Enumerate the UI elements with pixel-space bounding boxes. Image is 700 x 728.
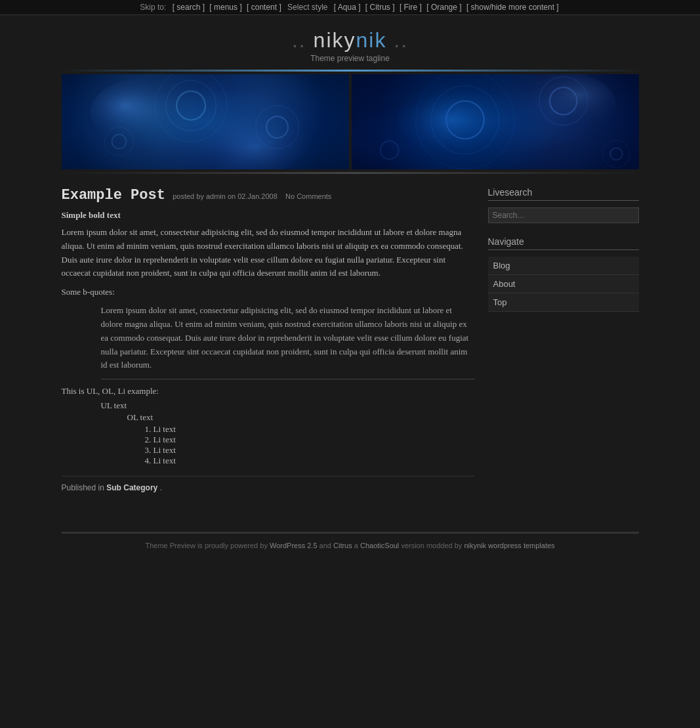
post: Example Post posted by admin on 02.Jan.2…	[62, 187, 475, 492]
skip-label: Skip to:	[140, 3, 166, 12]
livesearch-title: Livesearch	[488, 187, 639, 201]
site-footer: Theme Preview is proudly powered by Word…	[62, 532, 639, 557]
top-bar: Skip to: [ search ] [ menus ] [ content …	[0, 0, 700, 15]
post-meta-text: posted by admin on 02.Jan.2008	[173, 192, 278, 200]
style-aqua[interactable]: [ Aqua ]	[334, 3, 361, 12]
footer-nikynik-link[interactable]: nikynik wordpress templates	[464, 542, 554, 549]
post-meta: posted by admin on 02.Jan.2008 No Commen…	[173, 192, 331, 200]
post-header: Example Post posted by admin on 02.Jan.2…	[62, 187, 475, 203]
main-wrapper: Example Post posted by admin on 02.Jan.2…	[62, 70, 639, 557]
li-item-1: Li text	[154, 424, 475, 435]
title-dots-right: ..	[386, 28, 408, 52]
style-citrus[interactable]: [ Citrus ]	[365, 3, 395, 12]
ripple-svg-1	[62, 74, 349, 169]
post-ordered-list: Li text Li text Li text Li text	[140, 424, 475, 466]
navigate-title: Navigate	[488, 236, 639, 250]
search-input[interactable]	[488, 207, 639, 223]
footer-dot: .	[160, 483, 162, 492]
nav-item-about: About	[488, 275, 639, 293]
bottom-border	[62, 172, 639, 174]
nav-item-top: Top	[488, 293, 639, 312]
main-content: Example Post posted by admin on 02.Jan.2…	[62, 187, 488, 512]
nav-link-about[interactable]: About	[488, 275, 639, 293]
site-header: .. nikynik .. Theme preview tagline	[0, 15, 700, 70]
nav-item-blog: Blog	[488, 257, 639, 275]
title-nik: nik	[356, 28, 387, 52]
published-in-label: Published in	[62, 483, 104, 492]
footer-prefix: Theme Preview is proudly powered by	[145, 542, 267, 549]
slide-1	[62, 74, 349, 169]
post-title: Example Post	[62, 187, 165, 203]
ul-list: UL text	[101, 400, 475, 411]
style-orange[interactable]: [ Orange ]	[426, 3, 461, 12]
skip-content[interactable]: [ content ]	[247, 3, 281, 12]
sidebar-livesearch-section: Livesearch	[488, 187, 639, 223]
ripple-svg-2	[352, 74, 639, 169]
content-area: Example Post posted by admin on 02.Jan.2…	[62, 187, 639, 512]
post-category-link[interactable]: Sub Category	[106, 483, 157, 492]
post-list-container: UL text OL text Li text Li text Li text …	[101, 400, 475, 466]
footer-a: a	[354, 542, 358, 549]
style-select-label: Select style	[287, 3, 327, 12]
post-bold-text: Simple bold text	[62, 210, 475, 221]
footer-chaoticsoul-link[interactable]: ChaoticSoul	[360, 542, 399, 549]
style-more[interactable]: [ show/hide more content ]	[466, 3, 559, 12]
ol-label: OL text	[127, 412, 475, 423]
nav-link-top[interactable]: Top	[488, 293, 639, 311]
footer-citrus-link[interactable]: Citrus	[333, 542, 352, 549]
title-dots-left: ..	[292, 28, 314, 52]
slide-2-inner	[352, 74, 639, 169]
post-bquote-label: Some b-quotes:	[62, 287, 475, 297]
style-fire[interactable]: [ Fire ]	[400, 3, 422, 12]
footer-version-text: version modded by	[401, 542, 462, 549]
nav-link-blog[interactable]: Blog	[488, 257, 639, 274]
footer-and: and	[319, 542, 331, 549]
post-body: Lorem ipsum dolor sit amet, consectetur …	[62, 226, 475, 280]
ul-item: UL text	[101, 400, 475, 411]
skip-search[interactable]: [ search ]	[173, 3, 205, 12]
sidebar: Livesearch Navigate Blog About Top	[488, 187, 639, 512]
post-ul-label: This is UL, OL, Li example:	[62, 386, 475, 396]
top-border	[62, 70, 639, 72]
sidebar-navigate-section: Navigate Blog About Top	[488, 236, 639, 312]
title-niky: niky	[314, 28, 356, 52]
slide-2	[352, 74, 639, 169]
li-item-4: Li text	[154, 456, 475, 466]
post-blockquote: Lorem ipsum dolor sit amet, consectetur …	[101, 304, 475, 379]
site-title: .. nikynik ..	[0, 28, 700, 53]
li-item-3: Li text	[154, 445, 475, 456]
image-slider	[62, 74, 639, 169]
post-no-comments[interactable]: No Comments	[285, 192, 331, 200]
li-item-2: Li text	[154, 435, 475, 445]
footer-wordpress-link[interactable]: WordPress 2.5	[270, 542, 318, 549]
post-footer: Published in Sub Category .	[62, 476, 475, 492]
site-tagline: Theme preview tagline	[0, 54, 700, 63]
navigate-list: Blog About Top	[488, 257, 639, 312]
skip-menus[interactable]: [ menus ]	[209, 3, 241, 12]
slide-1-inner	[62, 74, 349, 169]
